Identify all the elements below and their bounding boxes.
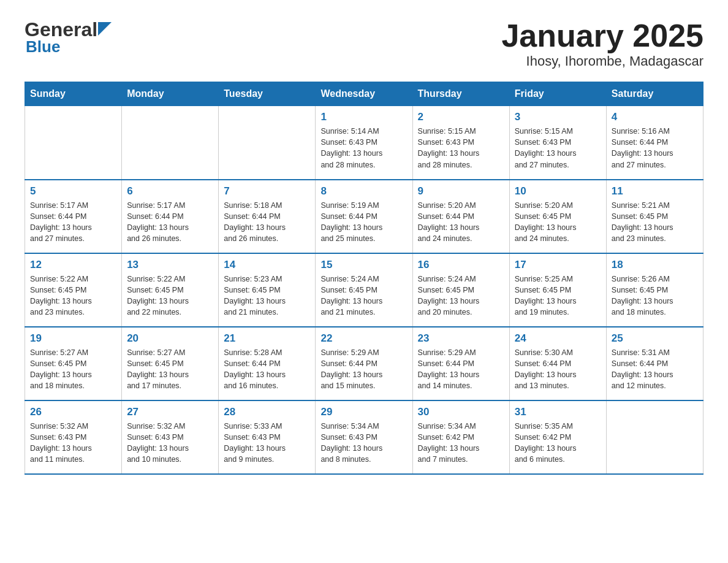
day-number: 12: [30, 259, 116, 271]
calendar-cell: 24Sunrise: 5:30 AM Sunset: 6:44 PM Dayli…: [509, 327, 606, 400]
calendar-cell: [219, 106, 316, 180]
day-info: Sunrise: 5:17 AM Sunset: 6:44 PM Dayligh…: [30, 200, 116, 245]
header-thursday: Thursday: [412, 82, 509, 106]
day-number: 22: [320, 332, 407, 345]
calendar-week-row: 12Sunrise: 5:22 AM Sunset: 6:45 PM Dayli…: [25, 253, 703, 327]
header-tuesday: Tuesday: [219, 82, 316, 106]
day-number: 18: [612, 259, 698, 271]
day-info: Sunrise: 5:22 AM Sunset: 6:45 PM Dayligh…: [127, 274, 213, 318]
header-sunday: Sunday: [25, 82, 122, 106]
calendar-cell: 8Sunrise: 5:19 AM Sunset: 6:44 PM Daylig…: [316, 180, 412, 253]
day-number: 25: [612, 332, 698, 345]
day-number: 28: [224, 406, 310, 418]
day-info: Sunrise: 5:20 AM Sunset: 6:45 PM Dayligh…: [515, 200, 601, 245]
day-number: 23: [418, 332, 504, 345]
calendar-week-row: 5Sunrise: 5:17 AM Sunset: 6:44 PM Daylig…: [25, 180, 703, 253]
day-number: 15: [320, 259, 407, 271]
day-info: Sunrise: 5:29 AM Sunset: 6:44 PM Dayligh…: [320, 347, 407, 392]
calendar-cell: 19Sunrise: 5:27 AM Sunset: 6:45 PM Dayli…: [25, 327, 122, 400]
calendar-week-row: 19Sunrise: 5:27 AM Sunset: 6:45 PM Dayli…: [25, 327, 703, 400]
day-number: 13: [127, 259, 213, 271]
svg-marker-0: [98, 22, 112, 36]
calendar-cell: 4Sunrise: 5:16 AM Sunset: 6:44 PM Daylig…: [606, 106, 703, 180]
calendar-cell: 11Sunrise: 5:21 AM Sunset: 6:45 PM Dayli…: [606, 180, 703, 253]
calendar-cell: 23Sunrise: 5:29 AM Sunset: 6:44 PM Dayli…: [412, 327, 509, 400]
page-subtitle: Ihosy, Ihorombe, Madagascar: [501, 53, 703, 69]
day-number: 8: [320, 185, 407, 197]
calendar-cell: 7Sunrise: 5:18 AM Sunset: 6:44 PM Daylig…: [219, 180, 316, 253]
calendar-cell: 12Sunrise: 5:22 AM Sunset: 6:45 PM Dayli…: [25, 253, 122, 327]
logo: General Blue: [25, 18, 112, 56]
day-info: Sunrise: 5:27 AM Sunset: 6:45 PM Dayligh…: [30, 347, 116, 392]
calendar-header-row: SundayMondayTuesdayWednesdayThursdayFrid…: [25, 82, 703, 106]
day-info: Sunrise: 5:23 AM Sunset: 6:45 PM Dayligh…: [224, 274, 310, 318]
header-wednesday: Wednesday: [316, 82, 412, 106]
calendar-cell: 22Sunrise: 5:29 AM Sunset: 6:44 PM Dayli…: [316, 327, 412, 400]
calendar-cell: 3Sunrise: 5:15 AM Sunset: 6:43 PM Daylig…: [509, 106, 606, 180]
day-info: Sunrise: 5:30 AM Sunset: 6:44 PM Dayligh…: [515, 347, 601, 392]
calendar-cell: [25, 106, 122, 180]
calendar-cell: 9Sunrise: 5:20 AM Sunset: 6:44 PM Daylig…: [412, 180, 509, 253]
calendar-cell: 1Sunrise: 5:14 AM Sunset: 6:43 PM Daylig…: [316, 106, 412, 180]
day-number: 26: [30, 406, 116, 418]
day-info: Sunrise: 5:29 AM Sunset: 6:44 PM Dayligh…: [418, 347, 504, 392]
day-number: 2: [418, 111, 504, 123]
calendar-table: SundayMondayTuesdayWednesdayThursdayFrid…: [25, 82, 703, 475]
day-number: 4: [612, 111, 698, 123]
calendar-cell: 14Sunrise: 5:23 AM Sunset: 6:45 PM Dayli…: [219, 253, 316, 327]
day-number: 31: [515, 406, 601, 418]
calendar-cell: 2Sunrise: 5:15 AM Sunset: 6:43 PM Daylig…: [412, 106, 509, 180]
calendar-cell: 13Sunrise: 5:22 AM Sunset: 6:45 PM Dayli…: [122, 253, 219, 327]
day-number: 24: [515, 332, 601, 345]
day-info: Sunrise: 5:28 AM Sunset: 6:44 PM Dayligh…: [224, 347, 310, 392]
day-info: Sunrise: 5:24 AM Sunset: 6:45 PM Dayligh…: [320, 274, 407, 318]
calendar-cell: 30Sunrise: 5:34 AM Sunset: 6:42 PM Dayli…: [412, 400, 509, 474]
title-block: January 2025 Ihosy, Ihorombe, Madagascar: [501, 18, 703, 69]
logo-blue-text: Blue: [26, 37, 60, 56]
day-info: Sunrise: 5:26 AM Sunset: 6:45 PM Dayligh…: [612, 274, 698, 318]
calendar-cell: 17Sunrise: 5:25 AM Sunset: 6:45 PM Dayli…: [509, 253, 606, 327]
day-info: Sunrise: 5:31 AM Sunset: 6:44 PM Dayligh…: [612, 347, 698, 392]
calendar-cell: 18Sunrise: 5:26 AM Sunset: 6:45 PM Dayli…: [606, 253, 703, 327]
page-title: January 2025: [501, 18, 703, 53]
calendar-week-row: 26Sunrise: 5:32 AM Sunset: 6:43 PM Dayli…: [25, 400, 703, 474]
day-info: Sunrise: 5:22 AM Sunset: 6:45 PM Dayligh…: [30, 274, 116, 318]
calendar-cell: [606, 400, 703, 474]
day-info: Sunrise: 5:15 AM Sunset: 6:43 PM Dayligh…: [418, 126, 504, 170]
page-header: General Blue January 2025 Ihosy, Ihoromb…: [25, 18, 703, 69]
calendar-cell: 15Sunrise: 5:24 AM Sunset: 6:45 PM Dayli…: [316, 253, 412, 327]
day-info: Sunrise: 5:15 AM Sunset: 6:43 PM Dayligh…: [515, 126, 601, 170]
day-info: Sunrise: 5:16 AM Sunset: 6:44 PM Dayligh…: [612, 126, 698, 170]
day-info: Sunrise: 5:19 AM Sunset: 6:44 PM Dayligh…: [320, 200, 407, 245]
day-number: 9: [418, 185, 504, 197]
day-number: 7: [224, 185, 310, 197]
day-info: Sunrise: 5:35 AM Sunset: 6:42 PM Dayligh…: [515, 421, 601, 465]
calendar-cell: 26Sunrise: 5:32 AM Sunset: 6:43 PM Dayli…: [25, 400, 122, 474]
day-number: 21: [224, 332, 310, 345]
day-info: Sunrise: 5:32 AM Sunset: 6:43 PM Dayligh…: [30, 421, 116, 465]
calendar-cell: 28Sunrise: 5:33 AM Sunset: 6:43 PM Dayli…: [219, 400, 316, 474]
header-monday: Monday: [122, 82, 219, 106]
day-number: 16: [418, 259, 504, 271]
day-info: Sunrise: 5:27 AM Sunset: 6:45 PM Dayligh…: [127, 347, 213, 392]
day-number: 3: [515, 111, 601, 123]
day-info: Sunrise: 5:33 AM Sunset: 6:43 PM Dayligh…: [224, 421, 310, 465]
day-number: 1: [320, 111, 407, 123]
calendar-cell: 25Sunrise: 5:31 AM Sunset: 6:44 PM Dayli…: [606, 327, 703, 400]
calendar-cell: 31Sunrise: 5:35 AM Sunset: 6:42 PM Dayli…: [509, 400, 606, 474]
day-number: 17: [515, 259, 601, 271]
day-info: Sunrise: 5:17 AM Sunset: 6:44 PM Dayligh…: [127, 200, 213, 245]
day-info: Sunrise: 5:20 AM Sunset: 6:44 PM Dayligh…: [418, 200, 504, 245]
day-info: Sunrise: 5:32 AM Sunset: 6:43 PM Dayligh…: [127, 421, 213, 465]
calendar-cell: 29Sunrise: 5:34 AM Sunset: 6:43 PM Dayli…: [316, 400, 412, 474]
day-info: Sunrise: 5:18 AM Sunset: 6:44 PM Dayligh…: [224, 200, 310, 245]
calendar-cell: 10Sunrise: 5:20 AM Sunset: 6:45 PM Dayli…: [509, 180, 606, 253]
day-number: 20: [127, 332, 213, 345]
calendar-cell: 5Sunrise: 5:17 AM Sunset: 6:44 PM Daylig…: [25, 180, 122, 253]
day-info: Sunrise: 5:34 AM Sunset: 6:43 PM Dayligh…: [320, 421, 407, 465]
logo-triangle-icon: [98, 22, 112, 36]
day-info: Sunrise: 5:21 AM Sunset: 6:45 PM Dayligh…: [612, 200, 698, 245]
day-info: Sunrise: 5:25 AM Sunset: 6:45 PM Dayligh…: [515, 274, 601, 318]
day-number: 30: [418, 406, 504, 418]
day-number: 10: [515, 185, 601, 197]
